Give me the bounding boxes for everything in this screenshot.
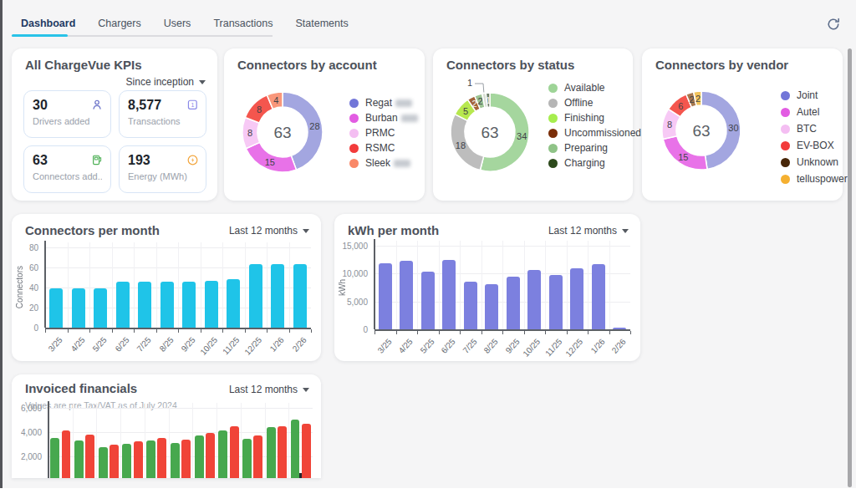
legend-label: Burban <box>365 112 398 124</box>
x-tick-text: 2/26 <box>290 335 308 354</box>
bar-green[interactable] <box>74 440 84 478</box>
bar[interactable] <box>485 284 498 329</box>
bar-green[interactable] <box>242 439 252 478</box>
bar-red[interactable] <box>206 433 215 478</box>
x-tick-text: 4/25 <box>396 337 414 355</box>
bar-red[interactable] <box>181 440 191 478</box>
vertical-scrollbar-thumb[interactable] <box>848 48 852 487</box>
bar-green[interactable] <box>291 420 300 478</box>
legend-item[interactable]: BTC <box>781 123 817 135</box>
legend-item[interactable]: Regat <box>349 97 412 109</box>
bar-red[interactable] <box>253 435 262 478</box>
bar-green[interactable] <box>122 444 131 478</box>
bar[interactable] <box>227 279 240 328</box>
legend-dot <box>548 114 558 123</box>
bar[interactable] <box>249 264 262 328</box>
bar[interactable] <box>94 288 107 328</box>
x-tick-text: 2/26 <box>609 337 627 355</box>
x-axis-tick <box>68 329 69 333</box>
legend-item[interactable]: Autel <box>781 106 819 118</box>
legend-item[interactable]: RSMC <box>349 142 395 154</box>
x-axis-tick <box>374 331 375 334</box>
bar[interactable] <box>293 264 307 328</box>
x-tick-text: 10/25 <box>522 337 543 359</box>
y-axis-line <box>48 401 49 478</box>
legend-label: telluspower <box>797 173 848 185</box>
legend-label: Sleek <box>365 157 390 169</box>
bar[interactable] <box>205 281 218 328</box>
gridline <box>222 242 223 328</box>
card-connectors-by-account: Connectors by account 281588463RegatBurb… <box>224 48 425 201</box>
tab-chargers[interactable]: Chargers <box>98 18 140 37</box>
bar[interactable] <box>160 282 174 328</box>
bar[interactable] <box>379 263 392 329</box>
bar-green[interactable] <box>99 447 108 478</box>
legend-item[interactable]: Uncommissioned <box>548 127 641 139</box>
tab-users[interactable]: Users <box>164 18 191 37</box>
refresh-button[interactable] <box>825 17 842 33</box>
bar[interactable] <box>400 261 413 329</box>
donut-chart-status: 34185221163AvailableOfflineFinishingUnco… <box>433 48 633 201</box>
bar-red[interactable] <box>230 426 239 478</box>
bar[interactable] <box>464 282 477 329</box>
x-axis-tick <box>156 329 157 333</box>
legend-item[interactable]: Preparing <box>548 142 608 154</box>
legend-item[interactable]: EV-BOX <box>781 140 834 151</box>
kpi-label: Connectors add... <box>33 171 102 181</box>
gridline <box>502 241 503 329</box>
bar-green[interactable] <box>218 430 227 478</box>
bar[interactable] <box>527 270 541 329</box>
kpi-range-select[interactable]: Since inception <box>126 76 206 88</box>
bar-red[interactable] <box>278 426 287 478</box>
legend-label: Preparing <box>564 142 608 154</box>
legend-label: Autel <box>797 106 819 118</box>
legend-item[interactable]: Offline <box>548 97 593 109</box>
legend-item[interactable]: Available <box>548 82 604 94</box>
card-connectors-by-status: Connectors by status 34185221163Availabl… <box>433 48 633 201</box>
bar[interactable] <box>72 288 85 328</box>
bar[interactable] <box>182 282 196 328</box>
bar-red[interactable] <box>62 430 71 478</box>
bar[interactable] <box>507 277 520 329</box>
bar[interactable] <box>549 275 563 329</box>
nav-tabs: DashboardChargersUsersTransactionsStatem… <box>21 18 371 37</box>
legend-item[interactable]: Charging <box>548 157 605 169</box>
bar-red[interactable] <box>134 441 143 478</box>
legend-item[interactable]: Burban <box>349 112 418 124</box>
x-tick-text: 6/25 <box>113 335 130 354</box>
donut-svg: 34185221163 <box>419 61 561 203</box>
legend-item[interactable]: Finishing <box>548 112 604 124</box>
bar-green[interactable] <box>146 440 155 478</box>
bar-red[interactable] <box>85 435 94 478</box>
bar[interactable] <box>116 282 130 328</box>
bar-red[interactable] <box>302 424 311 478</box>
legend-item[interactable]: Sleek <box>349 157 410 169</box>
tab-transactions[interactable]: Transactions <box>213 18 273 37</box>
legend-item[interactable]: PRMC <box>349 127 395 139</box>
legend-item[interactable]: telluspower <box>781 173 848 185</box>
bar-green[interactable] <box>195 435 204 478</box>
bar-green[interactable] <box>171 443 180 478</box>
bar-green[interactable] <box>50 438 59 478</box>
x-tick-text: 1/26 <box>268 335 286 354</box>
gridline <box>545 241 546 329</box>
slice-value-label: 8 <box>257 104 262 115</box>
bar[interactable] <box>49 288 63 328</box>
x-axis-tick <box>45 329 46 333</box>
bar[interactable] <box>442 260 456 329</box>
x-tick-text: 3/25 <box>47 335 64 354</box>
bar[interactable] <box>613 328 626 329</box>
bar-green[interactable] <box>267 427 276 478</box>
bar[interactable] <box>271 264 284 328</box>
bar-red[interactable] <box>157 438 166 478</box>
legend-item[interactable]: Unknown <box>781 156 838 168</box>
kpi-tile: 63Connectors add... <box>23 145 111 193</box>
bar[interactable] <box>421 272 435 329</box>
x-tick-text: 7/25 <box>461 337 478 355</box>
bar[interactable] <box>570 268 583 329</box>
tab-statements[interactable]: Statements <box>295 18 348 37</box>
bar-red[interactable] <box>110 445 119 479</box>
bar[interactable] <box>592 264 605 329</box>
legend-item[interactable]: Joint <box>781 89 818 101</box>
bar[interactable] <box>138 282 151 328</box>
